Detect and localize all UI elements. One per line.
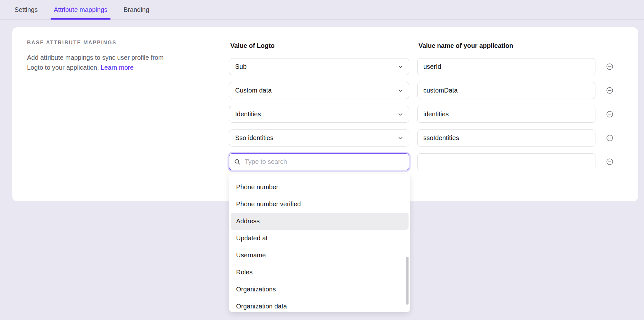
- logto-value-select[interactable]: Identities: [229, 106, 409, 123]
- logto-value-selected: Sso identities: [235, 134, 273, 142]
- logto-value-search-input[interactable]: [244, 158, 404, 166]
- section-description-text: Add attribute mappings to sync user prof…: [27, 54, 164, 71]
- mapping-row-new: [229, 153, 613, 170]
- dropdown-item-roles[interactable]: Roles: [231, 264, 409, 281]
- logto-value-selected: Sub: [235, 63, 247, 70]
- section-description: Add attribute mappings to sync user prof…: [27, 53, 181, 73]
- logto-value-search-box[interactable]: [229, 153, 409, 170]
- remove-mapping-button[interactable]: [606, 158, 613, 166]
- remove-mapping-button[interactable]: [606, 87, 613, 94]
- dropdown-item-address[interactable]: Address: [231, 213, 409, 230]
- dropdown-item-organization-data[interactable]: Organization data: [231, 298, 409, 312]
- minus-circle-icon: [606, 87, 613, 94]
- logto-value-select[interactable]: Custom data: [229, 82, 409, 99]
- dropdown-item-phone-number[interactable]: Phone number: [231, 179, 409, 196]
- tab-settings[interactable]: Settings: [11, 0, 41, 19]
- remove-mapping-button[interactable]: [606, 63, 613, 71]
- column-headers: Value of Logto Value name of your applic…: [229, 42, 513, 49]
- minus-circle-icon: [606, 134, 613, 142]
- logto-value-selected: Custom data: [235, 87, 271, 94]
- app-value-input[interactable]: [417, 58, 595, 75]
- dropdown-item-username[interactable]: Username: [231, 247, 409, 264]
- column-header-app-value: Value name of your application: [417, 42, 513, 49]
- logto-value-selected: Identities: [235, 111, 261, 118]
- minus-circle-icon: [606, 111, 613, 118]
- minus-circle-icon: [606, 63, 613, 70]
- search-icon: [234, 158, 241, 165]
- mapping-row: Sso identities: [229, 129, 613, 147]
- dropdown-item-organizations[interactable]: Organizations: [231, 281, 409, 298]
- app-value-input[interactable]: [417, 82, 595, 99]
- section-info: BASE ATTRIBUTE MAPPINGS Add attribute ma…: [27, 40, 181, 73]
- learn-more-link[interactable]: Learn more: [101, 64, 133, 71]
- mapping-rows: Sub Custom data: [229, 58, 613, 177]
- dropdown-item-updated-at[interactable]: Updated at: [231, 230, 409, 247]
- logto-value-select[interactable]: Sso identities: [229, 129, 409, 147]
- tab-branding[interactable]: Branding: [120, 0, 152, 19]
- mapping-row: Identities: [229, 106, 613, 123]
- chevron-down-icon: [397, 111, 404, 118]
- column-header-logto-value: Value of Logto: [229, 42, 417, 49]
- attribute-dropdown-panel: Phone number Phone number verified Addre…: [229, 173, 410, 312]
- app-value-input[interactable]: [417, 106, 595, 123]
- chevron-down-icon: [397, 87, 404, 94]
- minus-circle-icon: [606, 158, 613, 165]
- remove-mapping-button[interactable]: [606, 134, 613, 142]
- remove-mapping-button[interactable]: [606, 111, 613, 118]
- chevron-down-icon: [397, 64, 404, 70]
- logto-value-select[interactable]: Sub: [229, 58, 409, 75]
- section-title: BASE ATTRIBUTE MAPPINGS: [27, 40, 181, 46]
- dropdown-scrollbar-thumb[interactable]: [406, 257, 409, 305]
- chevron-down-icon: [397, 135, 404, 141]
- mapping-row: Sub: [229, 58, 613, 75]
- tab-bar: Settings Attribute mappings Branding: [0, 0, 644, 20]
- mapping-row: Custom data: [229, 82, 613, 99]
- app-value-input[interactable]: [417, 153, 595, 170]
- dropdown-item-phone-number-verified[interactable]: Phone number verified: [231, 196, 409, 213]
- tab-attribute-mappings[interactable]: Attribute mappings: [51, 0, 111, 19]
- app-value-input[interactable]: [417, 129, 595, 147]
